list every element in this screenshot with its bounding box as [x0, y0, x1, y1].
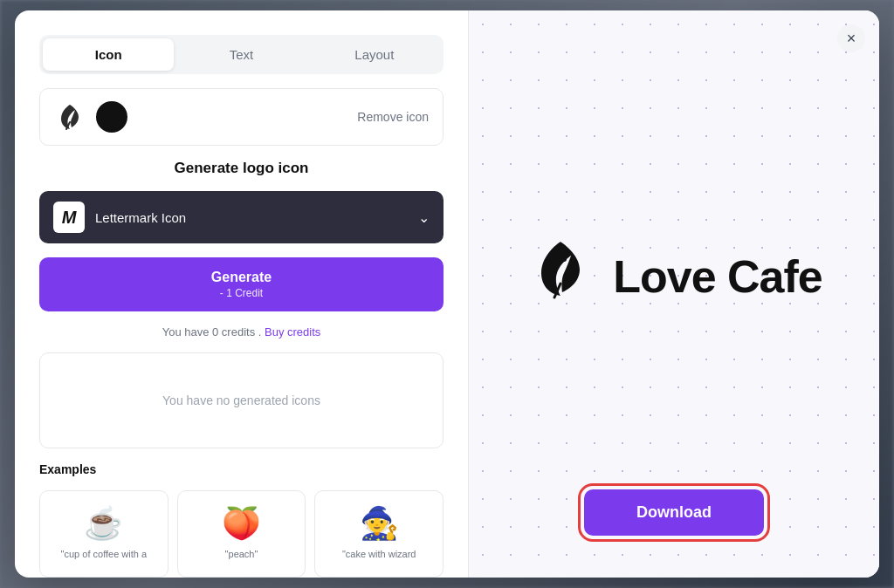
tab-icon[interactable]: Icon — [43, 38, 174, 71]
download-button[interactable]: Download — [584, 489, 764, 536]
generate-button-sub: - 1 Credit — [220, 287, 263, 299]
credits-text: You have 0 credits . — [162, 325, 262, 338]
tab-text[interactable]: Text — [175, 38, 306, 71]
close-button[interactable]: × — [837, 24, 865, 52]
generate-button-label: Generate — [211, 270, 272, 285]
examples-title: Examples — [39, 462, 444, 476]
icon-preview-bar: Remove icon — [39, 88, 444, 146]
buy-credits-link[interactable]: Buy credits — [265, 325, 320, 338]
credits-line: You have 0 credits . Buy credits — [39, 325, 444, 338]
example-label-0: "cup of coffee with a — [61, 549, 147, 559]
dropdown-label: Lettermark Icon — [95, 210, 408, 225]
generate-title: Generate logo icon — [39, 160, 444, 177]
example-label-2: "cake with wizard — [342, 549, 416, 559]
tabs-container: Icon Text Layout — [39, 35, 444, 74]
svg-point-0 — [561, 256, 567, 262]
no-icons-placeholder: You have no generated icons — [39, 352, 444, 448]
logo-preview: Love Cafe — [526, 235, 822, 318]
example-icon-0: ☕ — [84, 505, 123, 542]
right-panel: × Love Cafe Download — [469, 10, 879, 578]
example-card-1: 🍑 "peach" — [177, 490, 306, 578]
example-icon-2: 🧙 — [360, 505, 399, 542]
left-panel: Icon Text Layout Remove icon Generate lo… — [15, 10, 469, 578]
generate-button[interactable]: Generate - 1 Credit — [39, 257, 444, 311]
tab-layout[interactable]: Layout — [309, 38, 440, 71]
leaf-icon — [54, 101, 86, 133]
modal: Icon Text Layout Remove icon Generate lo… — [15, 10, 879, 578]
examples-grid: ☕ "cup of coffee with a 🍑 "peach" 🧙 "cak… — [39, 490, 444, 578]
download-button-wrapper: Download — [584, 489, 764, 536]
chevron-down-icon: ⌄ — [418, 209, 430, 226]
remove-icon-button[interactable]: Remove icon — [357, 110, 429, 124]
dropdown-letter-icon: M — [53, 202, 85, 233]
logo-text-preview: Love Cafe — [613, 250, 822, 303]
example-icon-1: 🍑 — [222, 505, 261, 542]
no-icons-text: You have no generated icons — [162, 393, 320, 407]
logo-icon-large — [526, 235, 595, 318]
example-label-1: "peach" — [225, 549, 258, 559]
example-card-2: 🧙 "cake with wizard — [314, 490, 444, 578]
icon-type-dropdown[interactable]: M Lettermark Icon ⌄ — [39, 191, 444, 243]
example-card-0: ☕ "cup of coffee with a — [39, 490, 168, 578]
circle-swatch — [96, 101, 127, 133]
